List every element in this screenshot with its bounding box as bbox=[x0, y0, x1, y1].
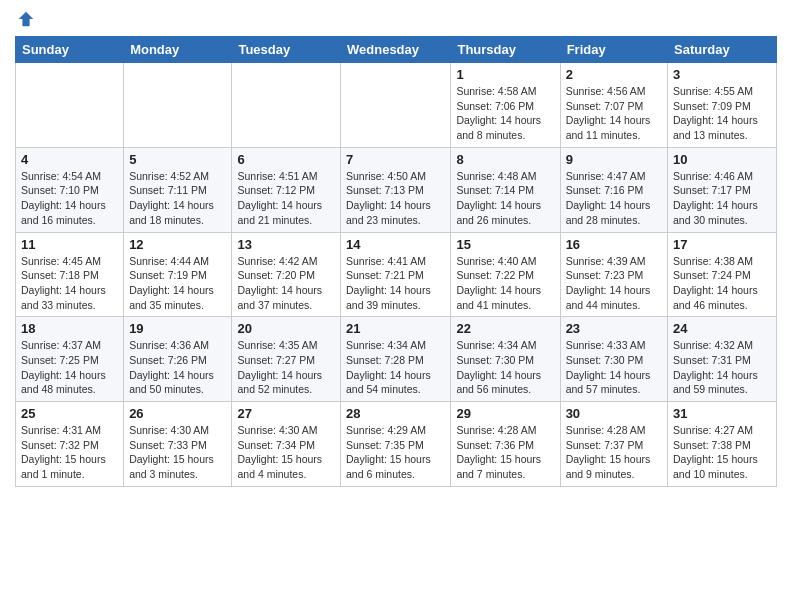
day-cell: 17Sunrise: 4:38 AM Sunset: 7:24 PM Dayli… bbox=[668, 232, 777, 317]
day-number: 30 bbox=[566, 406, 662, 421]
day-cell: 25Sunrise: 4:31 AM Sunset: 7:32 PM Dayli… bbox=[16, 402, 124, 487]
day-number: 16 bbox=[566, 237, 662, 252]
day-number: 14 bbox=[346, 237, 445, 252]
calendar-header: SundayMondayTuesdayWednesdayThursdayFrid… bbox=[16, 37, 777, 63]
day-number: 15 bbox=[456, 237, 554, 252]
day-cell: 27Sunrise: 4:30 AM Sunset: 7:34 PM Dayli… bbox=[232, 402, 341, 487]
day-cell bbox=[232, 63, 341, 148]
day-number: 13 bbox=[237, 237, 335, 252]
day-info: Sunrise: 4:42 AM Sunset: 7:20 PM Dayligh… bbox=[237, 254, 335, 313]
day-info: Sunrise: 4:28 AM Sunset: 7:37 PM Dayligh… bbox=[566, 423, 662, 482]
day-cell bbox=[341, 63, 451, 148]
day-number: 31 bbox=[673, 406, 771, 421]
day-cell: 3Sunrise: 4:55 AM Sunset: 7:09 PM Daylig… bbox=[668, 63, 777, 148]
day-info: Sunrise: 4:39 AM Sunset: 7:23 PM Dayligh… bbox=[566, 254, 662, 313]
day-info: Sunrise: 4:40 AM Sunset: 7:22 PM Dayligh… bbox=[456, 254, 554, 313]
day-cell: 4Sunrise: 4:54 AM Sunset: 7:10 PM Daylig… bbox=[16, 147, 124, 232]
day-cell: 28Sunrise: 4:29 AM Sunset: 7:35 PM Dayli… bbox=[341, 402, 451, 487]
day-info: Sunrise: 4:45 AM Sunset: 7:18 PM Dayligh… bbox=[21, 254, 118, 313]
day-cell: 10Sunrise: 4:46 AM Sunset: 7:17 PM Dayli… bbox=[668, 147, 777, 232]
day-cell bbox=[16, 63, 124, 148]
logo bbox=[15, 10, 35, 28]
day-cell: 23Sunrise: 4:33 AM Sunset: 7:30 PM Dayli… bbox=[560, 317, 667, 402]
weekday-header-friday: Friday bbox=[560, 37, 667, 63]
weekday-header-thursday: Thursday bbox=[451, 37, 560, 63]
day-info: Sunrise: 4:58 AM Sunset: 7:06 PM Dayligh… bbox=[456, 84, 554, 143]
day-cell: 30Sunrise: 4:28 AM Sunset: 7:37 PM Dayli… bbox=[560, 402, 667, 487]
day-number: 22 bbox=[456, 321, 554, 336]
day-cell: 2Sunrise: 4:56 AM Sunset: 7:07 PM Daylig… bbox=[560, 63, 667, 148]
day-info: Sunrise: 4:29 AM Sunset: 7:35 PM Dayligh… bbox=[346, 423, 445, 482]
day-number: 20 bbox=[237, 321, 335, 336]
day-info: Sunrise: 4:38 AM Sunset: 7:24 PM Dayligh… bbox=[673, 254, 771, 313]
day-cell: 12Sunrise: 4:44 AM Sunset: 7:19 PM Dayli… bbox=[124, 232, 232, 317]
day-number: 8 bbox=[456, 152, 554, 167]
day-number: 28 bbox=[346, 406, 445, 421]
day-cell: 5Sunrise: 4:52 AM Sunset: 7:11 PM Daylig… bbox=[124, 147, 232, 232]
day-number: 25 bbox=[21, 406, 118, 421]
day-cell: 9Sunrise: 4:47 AM Sunset: 7:16 PM Daylig… bbox=[560, 147, 667, 232]
day-cell: 11Sunrise: 4:45 AM Sunset: 7:18 PM Dayli… bbox=[16, 232, 124, 317]
day-cell: 22Sunrise: 4:34 AM Sunset: 7:30 PM Dayli… bbox=[451, 317, 560, 402]
day-number: 27 bbox=[237, 406, 335, 421]
day-cell: 31Sunrise: 4:27 AM Sunset: 7:38 PM Dayli… bbox=[668, 402, 777, 487]
week-row-3: 18Sunrise: 4:37 AM Sunset: 7:25 PM Dayli… bbox=[16, 317, 777, 402]
day-info: Sunrise: 4:55 AM Sunset: 7:09 PM Dayligh… bbox=[673, 84, 771, 143]
day-cell bbox=[124, 63, 232, 148]
week-row-0: 1Sunrise: 4:58 AM Sunset: 7:06 PM Daylig… bbox=[16, 63, 777, 148]
day-number: 5 bbox=[129, 152, 226, 167]
day-cell: 6Sunrise: 4:51 AM Sunset: 7:12 PM Daylig… bbox=[232, 147, 341, 232]
day-info: Sunrise: 4:27 AM Sunset: 7:38 PM Dayligh… bbox=[673, 423, 771, 482]
day-number: 6 bbox=[237, 152, 335, 167]
day-number: 1 bbox=[456, 67, 554, 82]
day-info: Sunrise: 4:34 AM Sunset: 7:28 PM Dayligh… bbox=[346, 338, 445, 397]
day-cell: 15Sunrise: 4:40 AM Sunset: 7:22 PM Dayli… bbox=[451, 232, 560, 317]
day-number: 24 bbox=[673, 321, 771, 336]
day-cell: 20Sunrise: 4:35 AM Sunset: 7:27 PM Dayli… bbox=[232, 317, 341, 402]
day-number: 12 bbox=[129, 237, 226, 252]
day-number: 18 bbox=[21, 321, 118, 336]
day-number: 10 bbox=[673, 152, 771, 167]
day-cell: 19Sunrise: 4:36 AM Sunset: 7:26 PM Dayli… bbox=[124, 317, 232, 402]
header bbox=[15, 10, 777, 28]
day-number: 21 bbox=[346, 321, 445, 336]
day-info: Sunrise: 4:54 AM Sunset: 7:10 PM Dayligh… bbox=[21, 169, 118, 228]
day-info: Sunrise: 4:52 AM Sunset: 7:11 PM Dayligh… bbox=[129, 169, 226, 228]
day-number: 11 bbox=[21, 237, 118, 252]
day-info: Sunrise: 4:35 AM Sunset: 7:27 PM Dayligh… bbox=[237, 338, 335, 397]
day-number: 17 bbox=[673, 237, 771, 252]
weekday-header-tuesday: Tuesday bbox=[232, 37, 341, 63]
day-info: Sunrise: 4:28 AM Sunset: 7:36 PM Dayligh… bbox=[456, 423, 554, 482]
day-info: Sunrise: 4:47 AM Sunset: 7:16 PM Dayligh… bbox=[566, 169, 662, 228]
day-info: Sunrise: 4:30 AM Sunset: 7:34 PM Dayligh… bbox=[237, 423, 335, 482]
week-row-1: 4Sunrise: 4:54 AM Sunset: 7:10 PM Daylig… bbox=[16, 147, 777, 232]
day-number: 3 bbox=[673, 67, 771, 82]
day-info: Sunrise: 4:50 AM Sunset: 7:13 PM Dayligh… bbox=[346, 169, 445, 228]
weekday-header-saturday: Saturday bbox=[668, 37, 777, 63]
day-cell: 24Sunrise: 4:32 AM Sunset: 7:31 PM Dayli… bbox=[668, 317, 777, 402]
day-cell: 7Sunrise: 4:50 AM Sunset: 7:13 PM Daylig… bbox=[341, 147, 451, 232]
day-info: Sunrise: 4:48 AM Sunset: 7:14 PM Dayligh… bbox=[456, 169, 554, 228]
day-number: 4 bbox=[21, 152, 118, 167]
day-cell: 29Sunrise: 4:28 AM Sunset: 7:36 PM Dayli… bbox=[451, 402, 560, 487]
day-number: 7 bbox=[346, 152, 445, 167]
week-row-4: 25Sunrise: 4:31 AM Sunset: 7:32 PM Dayli… bbox=[16, 402, 777, 487]
day-info: Sunrise: 4:31 AM Sunset: 7:32 PM Dayligh… bbox=[21, 423, 118, 482]
weekday-header-sunday: Sunday bbox=[16, 37, 124, 63]
day-number: 2 bbox=[566, 67, 662, 82]
weekday-row: SundayMondayTuesdayWednesdayThursdayFrid… bbox=[16, 37, 777, 63]
day-number: 19 bbox=[129, 321, 226, 336]
logo-icon bbox=[17, 10, 35, 28]
day-info: Sunrise: 4:33 AM Sunset: 7:30 PM Dayligh… bbox=[566, 338, 662, 397]
day-cell: 14Sunrise: 4:41 AM Sunset: 7:21 PM Dayli… bbox=[341, 232, 451, 317]
calendar-container: SundayMondayTuesdayWednesdayThursdayFrid… bbox=[0, 0, 792, 502]
week-row-2: 11Sunrise: 4:45 AM Sunset: 7:18 PM Dayli… bbox=[16, 232, 777, 317]
day-cell: 16Sunrise: 4:39 AM Sunset: 7:23 PM Dayli… bbox=[560, 232, 667, 317]
day-info: Sunrise: 4:30 AM Sunset: 7:33 PM Dayligh… bbox=[129, 423, 226, 482]
day-number: 9 bbox=[566, 152, 662, 167]
day-info: Sunrise: 4:32 AM Sunset: 7:31 PM Dayligh… bbox=[673, 338, 771, 397]
weekday-header-wednesday: Wednesday bbox=[341, 37, 451, 63]
day-info: Sunrise: 4:44 AM Sunset: 7:19 PM Dayligh… bbox=[129, 254, 226, 313]
day-number: 29 bbox=[456, 406, 554, 421]
day-cell: 21Sunrise: 4:34 AM Sunset: 7:28 PM Dayli… bbox=[341, 317, 451, 402]
